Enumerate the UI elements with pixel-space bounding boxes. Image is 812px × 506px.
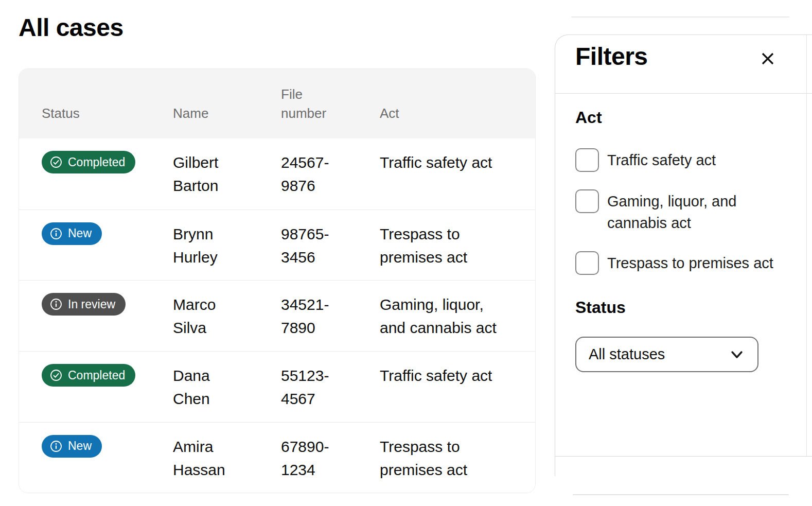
page-title: All cases [19, 13, 123, 42]
act-filter-option[interactable]: Gaming, liquor, and cannabis act [575, 189, 791, 234]
case-act: Trespass to premises act [380, 435, 504, 483]
case-name: Dana Chen [173, 364, 237, 412]
act-section-heading: Act [575, 108, 602, 127]
close-icon [761, 51, 775, 66]
column-header-act: Act [380, 104, 513, 123]
check-circle-icon [49, 155, 63, 169]
status-badge-label: New [68, 222, 92, 245]
table-row: In review Marco Silva 34521-7890 Gaming,… [19, 280, 535, 351]
act-filter-option[interactable]: Traffic safety act [575, 148, 791, 172]
status-badge-label: New [68, 434, 92, 458]
info-circle-icon [49, 440, 63, 453]
act-checkbox-label: Gaming, liquor, and cannabis act [607, 189, 782, 234]
status-cell: Completed [42, 151, 152, 199]
case-act: Trespass to premises act [380, 222, 504, 270]
check-circle-icon [49, 369, 63, 382]
status-badge-label: Completed [68, 364, 125, 387]
status-cell: New [42, 435, 152, 483]
table-body: Completed Gilbert Barton 24567-9876 Traf… [19, 138, 535, 493]
close-button[interactable] [756, 47, 779, 70]
cases-table: Status Name File number Act Completed Gi… [19, 68, 536, 493]
status-cell: Completed [42, 364, 152, 412]
drawer-scroll-track [806, 35, 807, 456]
case-name: Marco Silva [173, 293, 237, 341]
act-checkbox[interactable] [575, 251, 599, 275]
act-checkbox[interactable] [575, 189, 599, 213]
background-card-top-edge [571, 16, 789, 18]
status-cell: New [42, 222, 152, 270]
table-row: Completed Gilbert Barton 24567-9876 Traf… [19, 138, 535, 210]
info-circle-icon [49, 298, 63, 311]
act-filter-option[interactable]: Trespass to premises act [575, 251, 791, 275]
status-section-heading: Status [575, 298, 626, 317]
column-header-name: Name [173, 104, 260, 123]
case-file-number: 55123-4567 [281, 364, 353, 412]
status-badge: In review [42, 293, 126, 316]
case-file-number: 24567-9876 [281, 151, 353, 199]
status-cell: In review [42, 293, 152, 341]
info-circle-icon [49, 227, 63, 240]
drawer-header-divider [555, 93, 812, 94]
status-badge: Completed [42, 364, 135, 387]
status-badge-label: Completed [68, 151, 125, 174]
drawer-bottom-divider [555, 456, 812, 457]
act-options: Traffic safety act Gaming, liquor, and c… [575, 148, 791, 292]
case-act: Gaming, liquor, and cannabis act [380, 293, 504, 341]
background-card-bottom-edge [573, 494, 789, 495]
column-header-status: Status [42, 104, 152, 123]
status-badge-label: In review [68, 293, 115, 316]
case-name: Brynn Hurley [173, 222, 237, 270]
case-file-number: 67890-1234 [281, 435, 353, 483]
status-badge: New [42, 435, 102, 458]
case-act: Traffic safety act [380, 151, 504, 199]
case-file-number: 98765-3456 [281, 222, 353, 270]
table-header: Status Name File number Act [19, 69, 535, 138]
column-header-file-number: File number [281, 85, 342, 123]
act-checkbox-label: Traffic safety act [607, 148, 716, 171]
table-row: New Brynn Hurley 98765-3456 Trespass to … [19, 210, 535, 281]
status-select-value: All statuses [589, 346, 665, 363]
table-row: New Amira Hassan 67890-1234 Trespass to … [19, 422, 535, 493]
act-checkbox[interactable] [575, 148, 599, 172]
page: All cases Status Name File number Act Co… [0, 0, 812, 506]
case-file-number: 34521-7890 [281, 293, 353, 341]
chevron-down-icon [728, 345, 746, 364]
table-row: Completed Dana Chen 55123-4567 Traffic s… [19, 351, 535, 422]
filters-title: Filters [575, 42, 648, 71]
status-badge: Completed [42, 151, 135, 173]
case-name: Amira Hassan [173, 435, 237, 483]
act-checkbox-label: Trespass to premises act [607, 251, 773, 274]
status-select[interactable]: All statuses [575, 337, 758, 372]
status-badge: New [42, 222, 102, 245]
filters-drawer: Filters Act Traffic safety act Gaming, l… [555, 34, 812, 476]
case-act: Traffic safety act [380, 364, 504, 412]
case-name: Gilbert Barton [173, 151, 237, 199]
